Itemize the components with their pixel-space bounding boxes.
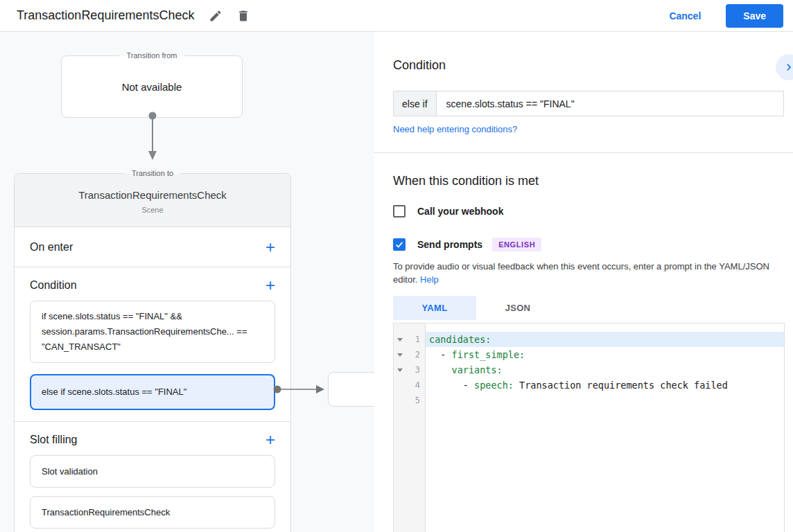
editor-format-tabs: YAML JSON [393, 296, 559, 320]
fold-arrow-icon[interactable] [394, 369, 406, 372]
call-webhook-checkbox[interactable] [393, 205, 406, 218]
edit-title-button[interactable] [208, 8, 223, 24]
condition-item-selected[interactable]: else if scene.slots.status == "FINAL" [30, 374, 275, 410]
page-title: TransactionRequirementsCheck [17, 8, 194, 23]
yaml-key: first_simple: [452, 349, 525, 360]
editor-gutter-row: 3 [394, 362, 425, 378]
title-actions [208, 8, 251, 24]
help-link[interactable]: Help [420, 274, 439, 285]
editor-gutter-row: 4 [394, 378, 425, 393]
send-prompts-label: Send prompts [417, 239, 482, 250]
yaml-text: Transaction requirements check failed [514, 380, 728, 391]
editor-gutter-row: 1 [394, 332, 425, 347]
panel-divider [374, 152, 793, 153]
app-bar: TransactionRequirementsCheck Cancel Save [0, 0, 793, 32]
line-number: 5 [406, 396, 425, 405]
delete-scene-button[interactable] [236, 8, 251, 24]
yaml-key: speech: [474, 380, 514, 391]
yaml-text: - [429, 349, 452, 360]
editor-code-line[interactable]: - first_simple: [426, 347, 784, 362]
chevron-right-icon [782, 60, 793, 74]
language-badge: ENGLISH [492, 238, 541, 251]
add-slot-button[interactable]: + [265, 433, 275, 447]
editor-gutter: 12345 [394, 323, 426, 532]
scene-subtitle: Scene [15, 206, 290, 214]
condition-expression-input[interactable] [437, 91, 784, 116]
condition-item[interactable]: if scene.slots.status == "FINAL" && sess… [30, 301, 275, 363]
line-number: 1 [406, 335, 425, 344]
add-on-enter-button[interactable]: + [265, 240, 275, 254]
line-number: 4 [406, 380, 425, 390]
trash-icon [236, 9, 250, 23]
editor-code-line[interactable]: - speech: Transaction requirements check… [426, 378, 784, 393]
transition-from-label: Transition from [120, 51, 184, 61]
transition-to-label: Transition to [125, 168, 180, 179]
yaml-text: - [429, 380, 474, 391]
when-condition-met-title: When this condition is met [393, 174, 539, 188]
pencil-icon [209, 9, 223, 23]
on-enter-label: On enter [30, 241, 73, 254]
cancel-button[interactable]: Cancel [669, 10, 701, 21]
transition-from-box: Transition from Not available [61, 55, 243, 118]
condition-connector-arrow [273, 382, 332, 396]
fold-arrow-icon[interactable] [394, 353, 406, 357]
condition-prefix-label: else if [393, 91, 437, 116]
tab-yaml[interactable]: YAML [393, 296, 476, 320]
scene-card[interactable]: Transition to TransactionRequirementsChe… [14, 173, 291, 532]
yaml-key: variants: [452, 364, 503, 375]
editor-code-line[interactable]: candidates: [426, 332, 784, 347]
line-number: 3 [406, 365, 425, 375]
flow-arrow-down [146, 109, 159, 165]
add-condition-button[interactable]: + [265, 278, 275, 292]
scene-card-header: TransactionRequirementsCheck Scene [15, 174, 290, 227]
condition-expression-row: else if [393, 91, 784, 116]
slot-validation-item[interactable]: Slot validation [30, 455, 275, 488]
flow-canvas: Transition from Not available Transition… [0, 32, 374, 532]
plus-icon: + [265, 276, 275, 294]
editor-code-line[interactable] [426, 393, 784, 408]
check-icon [394, 240, 404, 249]
scene-title: TransactionRequirementsCheck [15, 189, 290, 201]
collapse-panel-button[interactable] [776, 54, 793, 80]
fold-arrow-icon[interactable] [394, 338, 406, 342]
line-number: 2 [406, 350, 425, 360]
transition-target-box[interactable] [328, 372, 374, 407]
yaml-text [429, 364, 452, 375]
condition-panel: Condition else if Need help entering con… [374, 32, 793, 532]
condition-section: Condition + if scene.slots.status == "FI… [15, 267, 290, 422]
send-prompts-checkbox[interactable] [393, 238, 406, 251]
plus-icon: + [265, 238, 275, 256]
code-editor[interactable]: 12345 candidates: - first_simple: varian… [393, 323, 785, 532]
condition-section-label: Condition [30, 279, 77, 292]
plus-icon: + [265, 430, 275, 449]
call-webhook-label: Call your webhook [417, 206, 503, 217]
conditions-help-link[interactable]: Need help entering conditions? [393, 124, 517, 134]
on-enter-section: On enter + [15, 227, 290, 267]
editor-code-line[interactable]: variants: [426, 362, 784, 378]
slot-filling-label: Slot filling [30, 434, 77, 446]
save-button[interactable]: Save [726, 4, 783, 28]
tab-json[interactable]: JSON [476, 296, 559, 320]
slot-filling-section: Slot filling + Slot validation Transacti… [15, 422, 290, 532]
prompt-editor-description: To provide audio or visual feedback when… [393, 260, 785, 286]
editor-gutter-row: 5 [394, 393, 425, 408]
transition-from-content: Not available [62, 56, 242, 117]
panel-title: Condition [393, 58, 446, 73]
slot-filling-item[interactable]: TransactionRequirementsCheck [30, 496, 275, 529]
yaml-key: candidates: [429, 334, 491, 345]
editor-gutter-row: 2 [394, 347, 425, 362]
editor-code-area[interactable]: candidates: - first_simple: variants: - … [426, 323, 784, 532]
